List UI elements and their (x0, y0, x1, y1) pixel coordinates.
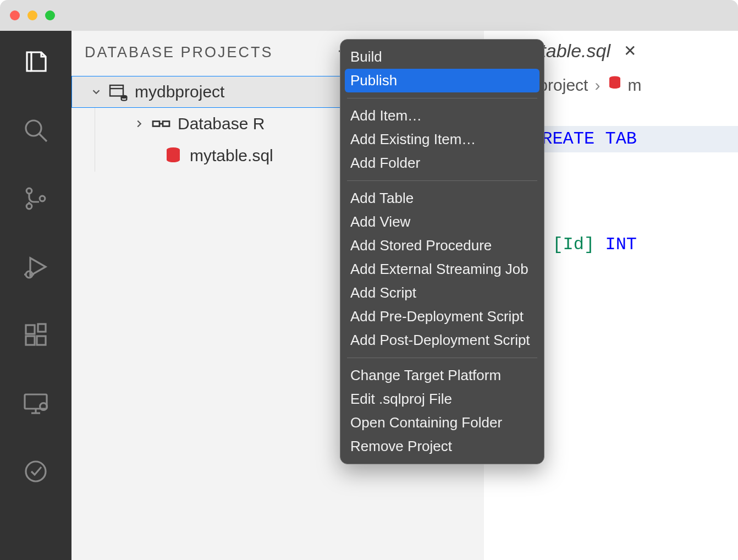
svg-point-2 (26, 188, 32, 194)
menu-item-add-view[interactable]: Add View (340, 210, 544, 234)
sidebar-title: DATABASE PROJECTS (85, 44, 273, 61)
chevron-down-icon[interactable] (89, 86, 104, 98)
project-name: mydbproject (135, 83, 224, 101)
menu-separator (347, 98, 537, 98)
menu-item-add-external-streaming-job[interactable]: Add External Streaming Job (340, 257, 544, 281)
source-control-icon[interactable] (21, 184, 51, 213)
svg-point-0 (26, 120, 41, 136)
svg-rect-23 (163, 122, 169, 127)
code-token: [Id] (552, 234, 594, 255)
menu-item-add-post-deployment-script[interactable]: Add Post-Deployment Script (340, 328, 544, 352)
svg-rect-11 (38, 324, 46, 332)
database-icon (161, 146, 185, 166)
menu-item-change-target-platform[interactable]: Change Target Platform (340, 364, 544, 387)
chevron-right-icon: › (594, 76, 600, 95)
menu-item-build[interactable]: Build (340, 45, 544, 69)
close-window-button[interactable] (10, 10, 20, 20)
svg-point-21 (122, 96, 127, 98)
svg-line-1 (39, 134, 47, 141)
menu-separator (347, 180, 537, 181)
svg-rect-10 (37, 336, 46, 345)
svg-rect-22 (153, 122, 159, 127)
folder-name: Database R (178, 114, 265, 133)
project-icon (106, 82, 130, 102)
minimize-window-button[interactable] (27, 10, 37, 20)
svg-point-4 (40, 196, 45, 201)
svg-rect-12 (25, 394, 47, 409)
database-icon (607, 75, 623, 95)
menu-item-remove-project[interactable]: Remove Project (340, 435, 544, 458)
window-controls (10, 10, 55, 20)
menu-item-add-existing-item[interactable]: Add Existing Item… (340, 128, 544, 151)
run-debug-icon[interactable] (21, 252, 51, 282)
svg-point-3 (26, 204, 32, 209)
search-icon[interactable] (21, 116, 51, 145)
menu-item-add-pre-deployment-script[interactable]: Add Pre-Deployment Script (340, 305, 544, 328)
code-token: INT (605, 234, 637, 255)
explorer-icon[interactable] (21, 47, 51, 77)
menu-item-publish[interactable]: Publish (345, 69, 539, 92)
chevron-right-icon[interactable] (131, 118, 147, 130)
svg-rect-9 (26, 336, 35, 345)
file-name: mytable.sql (190, 146, 273, 165)
breadcrumb-file[interactable]: m (607, 75, 641, 95)
svg-rect-19 (110, 85, 123, 96)
menu-item-edit-sqlproj[interactable]: Edit .sqlproj File (340, 387, 544, 411)
menu-item-add-folder[interactable]: Add Folder (340, 151, 544, 175)
code-lines[interactable]: CREATE TAB ( [Id] INT ) (531, 100, 738, 416)
svg-point-16 (26, 462, 46, 481)
activity-bar (0, 31, 71, 560)
context-menu: Build Publish Add Item… Add Existing Ite… (340, 39, 544, 464)
close-tab-button[interactable]: ✕ (624, 42, 636, 60)
references-icon (149, 114, 173, 134)
extensions-icon[interactable] (21, 320, 51, 350)
code-token: TAB (605, 129, 637, 149)
menu-item-add-table[interactable]: Add Table (340, 186, 544, 210)
menu-item-add-script[interactable]: Add Script (340, 281, 544, 305)
menu-item-add-stored-procedure[interactable]: Add Stored Procedure (340, 234, 544, 257)
titlebar (0, 0, 738, 31)
remote-explorer-icon[interactable] (21, 388, 51, 418)
menu-item-add-item[interactable]: Add Item… (340, 104, 544, 128)
svg-rect-8 (26, 325, 35, 334)
menu-separator (347, 358, 537, 358)
menu-item-open-containing-folder[interactable]: Open Containing Folder (340, 411, 544, 435)
todo-icon[interactable] (21, 457, 51, 486)
maximize-window-button[interactable] (45, 10, 55, 20)
sidebar: DATABASE PROJECTS ··· mydbproject (71, 31, 484, 560)
